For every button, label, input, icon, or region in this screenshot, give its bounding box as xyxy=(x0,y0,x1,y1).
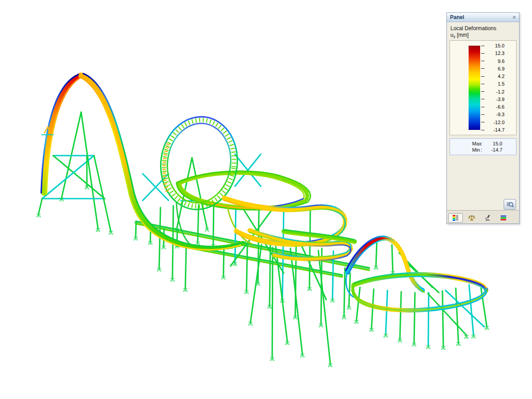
tab-filter[interactable] xyxy=(480,213,495,223)
panel-titlebar[interactable]: Panel × xyxy=(447,13,519,22)
quantity-label: uz [mm] xyxy=(450,32,519,39)
legend-colorbar[interactable] xyxy=(469,46,480,130)
min-row: Min : -14.7 xyxy=(450,147,516,153)
color-spectrum-icon xyxy=(452,215,459,221)
legend-tick: -12.0 xyxy=(481,120,505,125)
legend-tick: -3.9 xyxy=(481,97,505,102)
max-row: Max : 15.0 xyxy=(450,141,516,146)
legend-tick: 6.9 xyxy=(481,66,505,71)
close-icon[interactable]: × xyxy=(512,15,517,20)
panel-window: Panel × Local Deformations uz [mm] 15.01… xyxy=(446,12,520,224)
balance-scale-icon xyxy=(468,215,475,221)
support-structure xyxy=(39,112,487,364)
legend-tick: -14.7 xyxy=(481,127,505,133)
panel-title: Panel xyxy=(450,14,464,20)
legend-tick: 1.5 xyxy=(481,81,505,86)
section-title: Local Deformations xyxy=(450,25,519,31)
legend-tick: 12.3 xyxy=(481,51,505,56)
tab-result-levels[interactable] xyxy=(496,213,511,223)
legend-tick: -1.2 xyxy=(481,89,505,94)
legend-tick: -9.3 xyxy=(481,112,505,117)
max-value: 15.0 xyxy=(484,141,502,146)
legend-tick: 15.0 xyxy=(481,43,505,48)
legend-tick: -6.6 xyxy=(481,104,505,110)
microscope-icon xyxy=(484,215,491,221)
minmax-box: Max : 15.0 Min : -14.7 xyxy=(450,138,516,155)
tab-color-spectrum[interactable] xyxy=(448,213,463,223)
tab-factors[interactable] xyxy=(464,213,479,223)
magnifier-lines-icon xyxy=(506,201,514,208)
legend: 15.012.39.66.94.21.5-1.2-3.9-6.6-9.3-12.… xyxy=(450,40,516,135)
turnaround-track xyxy=(353,273,486,312)
legend-tick: 9.6 xyxy=(481,59,505,64)
panel-options-button[interactable] xyxy=(504,199,516,210)
legend-tick: 4.2 xyxy=(481,74,505,79)
min-value: -14.7 xyxy=(484,147,502,153)
panel-tabstrip xyxy=(447,210,519,223)
result-levels-icon xyxy=(500,215,507,221)
lift-hill-track xyxy=(41,74,245,250)
